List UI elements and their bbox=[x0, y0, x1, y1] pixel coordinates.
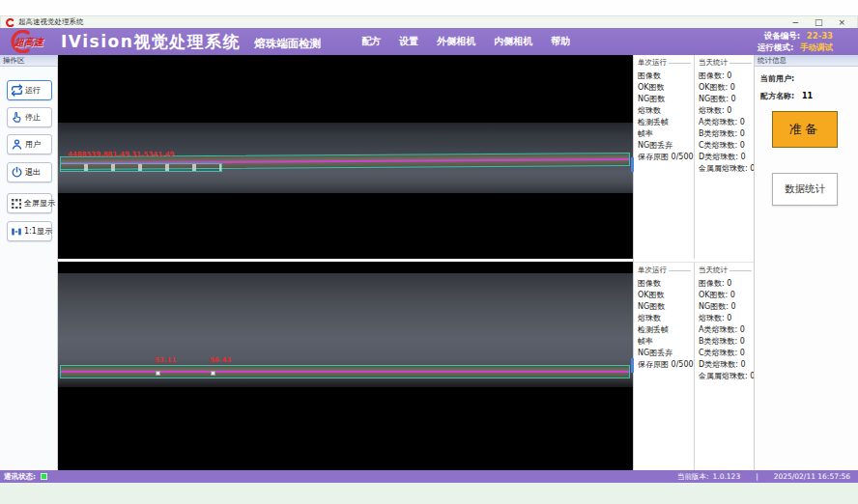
stop-button-label: 停止 bbox=[25, 112, 41, 123]
stat-row: OK图数: 0 bbox=[695, 290, 755, 301]
stat-row: NG图数 bbox=[634, 94, 694, 105]
stat-row: D类熔珠数: 0 bbox=[695, 359, 755, 371]
today-rows: 图像数: 0OK图数: 0NG图数: 0熔珠数: 0A类熔珠数: 0B类熔珠数:… bbox=[695, 70, 755, 175]
stat-row: 熔珠数 bbox=[634, 313, 694, 324]
exit-button-label: 退出 bbox=[25, 167, 41, 178]
comm-status-label: 通讯状态: bbox=[4, 472, 36, 482]
current-user-label: 当前用户: bbox=[760, 74, 794, 83]
stat-row: NG图数: 0 bbox=[695, 301, 755, 313]
minimize-button[interactable]: − bbox=[791, 17, 799, 28]
stat-row: 图像数 bbox=[634, 278, 694, 290]
main-menu: 配方设置外侧相机内侧相机帮助 bbox=[361, 35, 570, 48]
brand-logo: 超高速 bbox=[5, 29, 57, 54]
app-subtitle: 熔珠端面检测 bbox=[254, 37, 321, 51]
statistics-area: 单次运行 图像数OK图数NG图数熔珠数检测丢帧帧率NG图丢弃保存原图 0/500… bbox=[633, 55, 754, 470]
today-column: 当天统计 图像数: 0OK图数: 0NG图数: 0熔珠数: 0A类熔珠数: 0B… bbox=[694, 263, 755, 470]
stat-row: 熔珠数: 0 bbox=[695, 313, 755, 324]
one-to-one-button-label: 1:1显示 bbox=[24, 226, 52, 237]
defect-marker bbox=[156, 371, 160, 376]
stat-row: 金属屑熔珠数: 0 bbox=[695, 163, 755, 175]
stat-row: 帧率 bbox=[634, 128, 694, 140]
menu-item[interactable]: 配方 bbox=[361, 35, 381, 48]
stat-row: NG图丢弃 bbox=[634, 348, 694, 359]
user-button[interactable]: 用户 bbox=[7, 134, 52, 154]
run-icon bbox=[11, 84, 23, 97]
stat-row: C类熔珠数: 0 bbox=[695, 140, 755, 152]
today-column: 当天统计 图像数: 0OK图数: 0NG图数: 0熔珠数: 0A类熔珠数: 0B… bbox=[694, 55, 755, 259]
stats-group-outer: 单次运行 图像数OK图数NG图数熔珠数检测丢帧帧率NG图丢弃保存原图 0/500… bbox=[634, 55, 755, 259]
stat-row: A类熔珠数: 0 bbox=[695, 117, 755, 128]
measurement-annotation: 4488539.881.49 31.5341.49 bbox=[68, 151, 175, 158]
stat-row: A类熔珠数: 0 bbox=[695, 324, 755, 336]
window-titlebar: 超高速视觉处理系统 − □ × bbox=[0, 15, 858, 28]
run-mode-value: 手动调试 bbox=[800, 42, 833, 52]
sidebar-title: 操作区 bbox=[0, 55, 57, 67]
app-header: 超高速 IVision视觉处理系统 熔珠端面检测 配方设置外侧相机内侧相机帮助 … bbox=[0, 28, 858, 55]
stat-row: 保存原图 0/500 bbox=[634, 359, 694, 371]
stat-row: B类熔珠数: 0 bbox=[695, 336, 755, 348]
version-info: 当前版本: 1.0.123 | 2025/02/11 16:57:56 bbox=[677, 472, 850, 482]
stat-row: OK图数 bbox=[634, 82, 694, 94]
stat-row: 金属屑熔珠数: 0 bbox=[695, 371, 755, 382]
status-bar: 通讯状态: 当前版本: 1.0.123 | 2025/02/11 16:57:5… bbox=[0, 470, 858, 483]
fullscreen-button-label: 全屏显示 bbox=[24, 198, 55, 209]
camera-viewport-inner: 53.11 56.43 bbox=[58, 262, 633, 470]
run-button-label: 运行 bbox=[25, 85, 41, 96]
today-rows: 图像数: 0OK图数: 0NG图数: 0熔珠数: 0A类熔珠数: 0B类熔珠数:… bbox=[695, 278, 755, 382]
measurement-annotation: 53.11 bbox=[155, 356, 176, 364]
recipe-name-row: 配方名称: 11 bbox=[755, 91, 858, 101]
stat-row: 检测丢帧 bbox=[634, 324, 694, 336]
stats-group-inner: 单次运行 图像数OK图数NG图数熔珠数检测丢帧帧率NG图丢弃保存原图 0/500… bbox=[634, 262, 755, 470]
ready-button[interactable]: 准备 bbox=[772, 111, 838, 148]
single-run-title: 单次运行 bbox=[634, 266, 694, 275]
measurement-annotation: 56.43 bbox=[210, 356, 231, 364]
menu-item[interactable]: 设置 bbox=[399, 35, 418, 48]
stat-row: NG图数: 0 bbox=[695, 94, 755, 105]
operation-sidebar: 操作区 运行 停止 用户 退出 bbox=[0, 55, 58, 470]
fullscreen-button[interactable]: 全屏显示 bbox=[7, 193, 52, 213]
stat-row: OK图数 bbox=[634, 290, 694, 301]
stat-row: 熔珠数: 0 bbox=[695, 105, 755, 117]
desktop-background bbox=[0, 483, 858, 504]
stat-row: C类熔珠数: 0 bbox=[695, 348, 755, 359]
single-run-rows: 图像数OK图数NG图数熔珠数检测丢帧帧率NG图丢弃保存原图 0/500 bbox=[634, 70, 694, 163]
exit-button[interactable]: 退出 bbox=[7, 162, 52, 182]
one-to-one-icon bbox=[11, 226, 22, 238]
app-logo-icon bbox=[6, 18, 14, 27]
stop-button[interactable]: 停止 bbox=[7, 107, 52, 127]
today-title: 当天统计 bbox=[695, 58, 755, 68]
power-icon bbox=[11, 166, 23, 179]
stat-row: B类熔珠数: 0 bbox=[695, 128, 755, 140]
detection-sub-box bbox=[60, 163, 222, 172]
run-mode-label: 运行模式: bbox=[758, 42, 793, 52]
stat-row: NG图数 bbox=[634, 301, 694, 313]
stat-row: D类熔珠数: 0 bbox=[695, 152, 755, 163]
app-title: IVision视觉处理系统 bbox=[61, 31, 241, 53]
stat-row: 保存原图 0/500 bbox=[634, 152, 694, 163]
single-run-title: 单次运行 bbox=[634, 58, 694, 68]
maximize-button[interactable]: □ bbox=[815, 17, 823, 28]
one-to-one-button[interactable]: 1:1显示 bbox=[7, 221, 52, 241]
recipe-name-label: 配方名称: bbox=[760, 92, 794, 100]
menu-item[interactable]: 帮助 bbox=[551, 35, 570, 48]
camera-viewport-outer: 4488539.881.49 31.5341.49 bbox=[58, 55, 633, 259]
stat-row: 帧率 bbox=[634, 336, 694, 348]
stat-row: OK图数: 0 bbox=[695, 82, 755, 94]
detected-bead-strip bbox=[60, 365, 630, 378]
menu-item[interactable]: 内侧相机 bbox=[494, 35, 532, 48]
stat-row: 图像数: 0 bbox=[695, 70, 755, 82]
user-button-label: 用户 bbox=[25, 139, 41, 150]
info-panel: 统计信息 当前用户: 配方名称: 11 准备 数据统计 bbox=[754, 55, 858, 470]
stat-row: 图像数 bbox=[634, 70, 694, 82]
stat-row: 检测丢帧 bbox=[634, 117, 694, 128]
run-button[interactable]: 运行 bbox=[7, 80, 52, 100]
info-panel-title: 统计信息 bbox=[755, 55, 858, 67]
menu-item[interactable]: 外侧相机 bbox=[437, 35, 475, 48]
single-run-rows: 图像数OK图数NG图数熔珠数检测丢帧帧率NG图丢弃保存原图 0/500 bbox=[634, 278, 694, 371]
app-window: 超高速视觉处理系统 − □ × 超高速 IVision视觉处理系统 熔珠端面检测… bbox=[0, 0, 858, 504]
user-icon bbox=[11, 138, 23, 151]
defect-marker bbox=[211, 371, 215, 376]
data-statistics-button[interactable]: 数据统计 bbox=[772, 173, 838, 206]
current-user-row: 当前用户: bbox=[755, 73, 858, 84]
close-button[interactable]: × bbox=[838, 17, 845, 28]
